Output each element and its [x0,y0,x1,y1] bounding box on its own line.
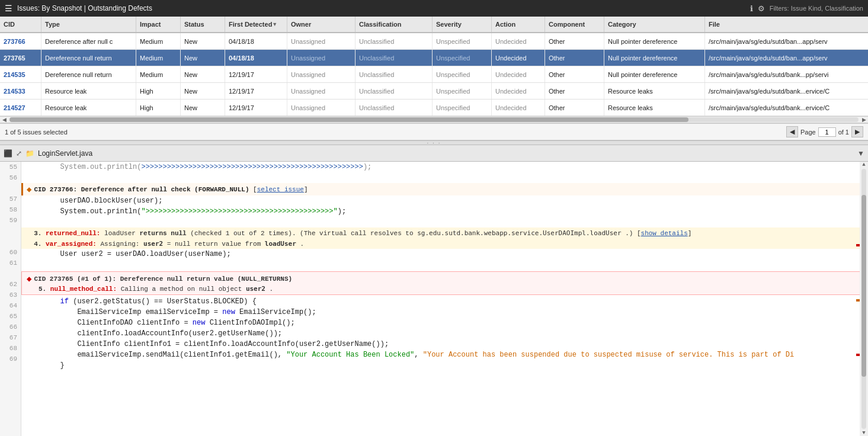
breakpoint-icon[interactable]: ⬛ [4,149,12,158]
pagination-row: 1 of 5 issues selected ◀ Page of 1 ▶ [0,123,868,140]
cell-file: /src/main/java/sg/edu/sutd/ban...app/ser… [705,33,829,49]
cell-component: Other [545,83,604,99]
code-line-58: System.out.println(">>>>>>>>>>>>>>>>>>>>… [21,206,868,217]
scroll-down-arrow[interactable]: ▼ [862,430,865,436]
cell-classification: Unclassified [355,83,433,99]
table-row[interactable]: 214533 Resource leak High New 12/19/17 U… [0,83,868,100]
cell-type: Resource leak [41,100,136,116]
cell-owner: Unassigned [287,66,355,82]
line-num: 66 [0,322,21,332]
show-details-link[interactable]: show details [641,230,688,237]
line-num: 56 [0,172,21,183]
cell-owner: Unassigned [287,83,355,99]
page-label: Page [800,129,816,136]
col-category[interactable]: Category [604,17,705,32]
code-line-68: } [21,360,868,371]
table-row[interactable]: 214535 Dereference null return Medium Ne… [0,66,868,83]
cell-action: Undecided [492,50,545,66]
line-num: 60 [0,247,21,258]
code-line-63: EmailServiceImp emailServiceImp = new Em… [21,307,868,318]
cell-file: /src/main/java/sg/edu/sutd/bank...ervice… [705,100,829,116]
next-page-button[interactable]: ▶ [851,126,863,137]
filters-label: Filters: Issue Kind, Classification [770,5,863,12]
folder-icon[interactable]: 📁 [25,149,34,158]
scrollbar-right-thumb[interactable] [861,195,866,377]
scrollbar-track[interactable] [9,117,859,122]
cell-classification: Unclassified [355,66,433,82]
info-icon[interactable]: ℹ [750,4,753,13]
col-classification[interactable]: Classification [355,17,433,32]
cell-classification: Unclassified [355,33,433,49]
line-num: 57 [0,194,21,204]
cell-component: Other [545,100,604,116]
cell-owner: Unassigned [287,100,355,116]
pagination-info: 1 of 5 issues selected [5,129,68,136]
cell-file: /src/main/java/sg/edu/sutd/bank...ervice… [705,83,829,99]
line-num: 65 [0,311,21,322]
menu-icon[interactable]: ☰ [5,4,12,13]
cell-classification: Unclassified [355,100,433,116]
code-line-61 [21,259,868,270]
expand-icon[interactable]: ⤢ [16,149,22,158]
cell-type: Dereference after null c [41,33,136,49]
code-line-67: emailServiceImp.sendMail(clientInfo1.get… [21,350,868,360]
table-row[interactable]: 214527 Resource leak High New 12/19/17 U… [0,100,868,116]
cell-status: New [181,66,225,82]
cell-cid: 214535 [0,66,41,82]
col-first-detected[interactable]: First Detected [225,17,287,32]
page-number-input[interactable] [818,127,836,137]
scroll-right-arrow[interactable]: ▶ [860,117,868,123]
table-row[interactable]: 273765 Dereference null return Medium Ne… [0,50,868,66]
col-component[interactable]: Component [545,17,604,32]
code-line-66: ClientInfo clientInfo1 = clientInfo.load… [21,339,868,350]
cell-first-detected: 12/19/17 [225,66,287,82]
col-status[interactable]: Status [181,17,225,32]
prev-page-button[interactable]: ◀ [786,126,798,137]
cell-file: /src/main/java/sg/edu/sutd/bank...pp/ser… [705,66,829,82]
cell-severity: Unspecified [433,66,492,82]
line-num: 62 [0,279,21,290]
line-numbers: 55 56 57 58 59 60 61 62 63 64 65 66 67 6… [0,162,21,436]
cell-category: Resource leaks [604,100,705,116]
total-pages: of 1 [838,129,849,136]
cell-severity: Unspecified [433,83,492,99]
cell-component: Other [545,50,604,66]
col-owner[interactable]: Owner [287,17,355,32]
line-num: 68 [0,343,21,354]
col-action[interactable]: Action [492,17,545,32]
code-line-55: System.out.println(>>>>>>>>>>>>>>>>>>>>>… [21,162,868,172]
table-row[interactable]: 273766 Dereference after null c Medium N… [0,33,868,50]
line-num: 55 [0,162,21,172]
defect-icon-red: ◆ [27,274,31,284]
cell-type: Dereference null return [41,50,136,66]
code-line-69 [21,371,868,382]
col-type[interactable]: Type [41,17,136,32]
topbar-title: Issues: By Snapshot | Outstanding Defect… [17,4,745,12]
horizontal-scrollbar[interactable]: ◀ ▶ [0,116,868,123]
gear-icon[interactable]: ⚙ [758,4,765,13]
splitter-handle[interactable]: · · · [0,140,868,145]
scroll-up-arrow[interactable]: ▲ [862,162,865,168]
cell-first-detected: 04/18/18 [225,33,287,49]
scrollbar-thumb[interactable] [9,117,688,122]
cell-status: New [181,50,225,66]
line-num [0,268,21,279]
col-impact[interactable]: Impact [136,17,181,32]
vertical-scrollbar[interactable]: ▲ ▼ [860,162,868,436]
col-cid[interactable]: CID [0,17,41,32]
cell-category: Null pointer dereference [604,33,705,49]
line-num: 61 [0,258,21,268]
code-filename: LoginServlet.java [38,149,854,158]
col-file[interactable]: File [705,17,829,32]
annotation-3: 3. returned_null: loadUser returns null … [21,227,868,238]
collapse-icon[interactable]: ▼ [857,149,864,158]
marker-red-1 [856,244,860,246]
scroll-left-arrow[interactable]: ◀ [0,117,8,123]
cell-classification: Unclassified [355,50,433,66]
annotation-cid-273766: ◆ CID 273766: Dereference after null che… [21,183,868,195]
cell-cid: 273766 [0,33,41,49]
col-severity[interactable]: Severity [433,17,492,32]
scrollbar-right-track[interactable] [861,169,866,429]
select-issue-link[interactable]: select issue [257,186,304,193]
cell-file: /src/main/java/sg/edu/sutd/ban...app/ser… [705,50,829,66]
